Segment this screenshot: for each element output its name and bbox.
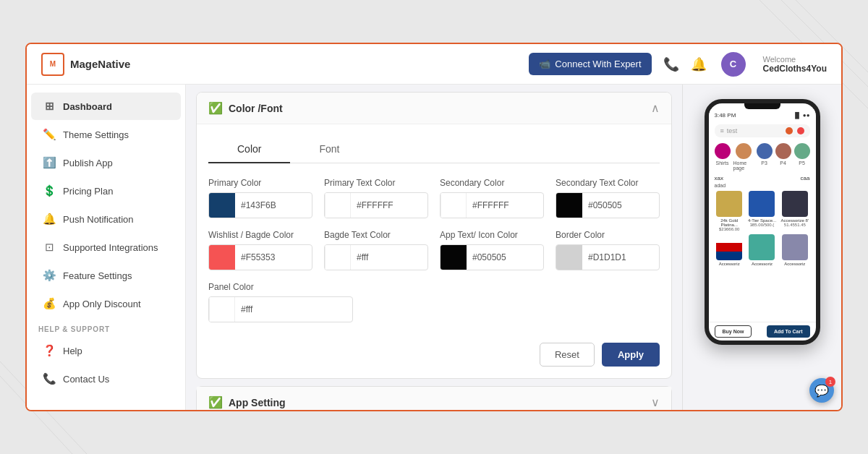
chevron-up-icon[interactable]: ∧ — [651, 101, 660, 115]
sidebar: ⊞ Dashboard ✏️ Theme Settings ⬆️ Publish… — [27, 85, 186, 410]
sidebar-item-integrations[interactable]: ⊡ Supported Integrations — [31, 234, 181, 261]
phone-status-bar: 3:48 PM ▐▌ ●● — [709, 109, 816, 121]
cat-img-p3 — [757, 143, 773, 159]
cat-img-p5 — [794, 143, 810, 159]
primary-text-swatch — [325, 192, 351, 218]
dashboard-icon: ⊞ — [43, 100, 56, 113]
secondary-color-input[interactable]: #FFFFFF — [440, 192, 544, 218]
sidebar-item-help[interactable]: ❓ Help — [31, 337, 181, 364]
color-font-section: ✅ Color /Font ∧ Color Font — [196, 92, 672, 379]
sidebar-label-pricing: Pricing Plan — [63, 186, 113, 197]
secondary-text-value: #050505 — [582, 200, 659, 210]
app-text-icon-swatch — [441, 244, 467, 270]
sidebar-item-publish-app[interactable]: ⬆️ Publish App — [31, 149, 181, 176]
phone-product-4: Accessoriz — [747, 234, 777, 266]
border-color-value: #D1D1D1 — [582, 252, 659, 262]
tab-color[interactable]: Color — [208, 136, 290, 163]
chevron-down-icon[interactable]: ∨ — [651, 395, 660, 409]
phone-label-left: xax — [715, 175, 723, 181]
sidebar-item-app-discount[interactable]: 💰 App Only Discount — [31, 290, 181, 317]
chat-bubble[interactable]: 💬 1 — [809, 378, 834, 403]
user-welcome: Welcome — [763, 55, 827, 64]
tab-color-label: Color — [237, 143, 261, 155]
phone-add-to-cart-btn[interactable]: Add To Cart — [767, 325, 810, 338]
app-text-icon-input[interactable]: #050505 — [440, 244, 544, 270]
product-img-2 — [782, 191, 808, 217]
phone-search-bar: ≡ test — [715, 124, 810, 137]
panel-color-value: #fff — [235, 304, 352, 314]
primary-color-field: Primary Color #143F6B — [208, 178, 312, 218]
buttons-row: Reset Apply — [208, 337, 660, 367]
cat-label-shirts: Shirts — [716, 160, 729, 166]
product-title-5: Accessoriz — [784, 262, 805, 266]
cat-img-p4 — [775, 143, 791, 159]
primary-color-label: Primary Color — [208, 178, 312, 188]
primary-text-color-input[interactable]: #FFFFFF — [324, 192, 428, 218]
logo-area: M MageNative — [41, 53, 130, 76]
product-price-2: 51.4551.45 — [784, 223, 806, 227]
header: M MageNative 📹 Connect With Expert 📞 🔔 C… — [27, 44, 841, 85]
app-name: MageNative — [70, 58, 130, 70]
color-font-title: Color /Font — [229, 103, 283, 114]
sidebar-item-feature-settings[interactable]: ⚙️ Feature Settings — [31, 262, 181, 289]
phone-buy-now-btn[interactable]: Buy Now — [715, 325, 752, 338]
contact-icon: 📞 — [43, 372, 56, 385]
phone-cat-p5: P5 — [794, 143, 810, 171]
phone-categories: Shirts Home page P3 P4 — [709, 140, 816, 174]
product-img-1 — [749, 191, 775, 217]
border-color-input[interactable]: #D1D1D1 — [556, 244, 660, 270]
phone-search-icon: ≡ — [720, 127, 724, 134]
chat-badge: 1 — [825, 377, 835, 387]
phone-notch — [744, 103, 780, 109]
section-title: ✅ Color /Font — [208, 101, 283, 115]
sidebar-item-dashboard[interactable]: ⊞ Dashboard — [31, 93, 181, 120]
reset-button[interactable]: Reset — [540, 343, 595, 367]
phone-product-5: Accessoriz — [780, 234, 809, 266]
phone-mockup: 3:48 PM ▐▌ ●● ≡ test Shirts — [705, 99, 820, 345]
sidebar-label-help: Help — [63, 346, 82, 356]
primary-text-value: #FFFFFF — [351, 200, 427, 210]
tab-font[interactable]: Font — [290, 136, 368, 163]
header-icons: 📞 🔔 C Welcome CedCloths4You — [663, 52, 827, 77]
primary-color-input[interactable]: #143F6B — [208, 192, 312, 218]
app-setting-section: ✅ App Setting ∨ — [196, 386, 672, 410]
badge-text-swatch — [325, 244, 351, 270]
wishlist-badge-input[interactable]: #F55353 — [208, 244, 312, 270]
secondary-text-color-field: Secondary Text Color #050505 — [556, 178, 660, 218]
sidebar-item-contact-us[interactable]: 📞 Contact Us — [31, 365, 181, 393]
phone-labels-row: xax caa — [709, 174, 816, 183]
pricing-icon: 💲 — [43, 184, 56, 197]
panel-color-input[interactable]: #fff — [208, 296, 353, 322]
badge-text-label: Bagde Text Color — [324, 230, 428, 240]
app-setting-header[interactable]: ✅ App Setting ∨ — [197, 387, 671, 410]
product-img-3 — [716, 234, 742, 260]
cat-label-homepage: Home page — [733, 160, 754, 171]
panel-color-label: Panel Color — [208, 282, 660, 292]
panel-color-row: Panel Color #fff — [208, 282, 660, 322]
sidebar-label-notification: Push Notification — [63, 214, 134, 225]
app-text-icon-color-field: App Text/ Icon Color #050505 — [440, 230, 544, 270]
sidebar-item-push-notification[interactable]: 🔔 Push Notification — [31, 205, 181, 233]
phone-product-0: 24k Gold Platina... $23666.00 — [715, 191, 744, 231]
main-layout: ⊞ Dashboard ✏️ Theme Settings ⬆️ Publish… — [27, 85, 841, 410]
notification-icon-button[interactable]: 🔔 — [691, 56, 707, 72]
secondary-color-label: Secondary Color — [440, 178, 544, 188]
connect-expert-button[interactable]: 📹 Connect With Expert — [529, 53, 651, 75]
sidebar-item-theme-settings[interactable]: ✏️ Theme Settings — [31, 121, 181, 148]
apply-button[interactable]: Apply — [602, 343, 660, 367]
app-setting-check-icon: ✅ — [208, 395, 223, 409]
phone-icon-button[interactable]: 📞 — [663, 56, 679, 72]
secondary-text-swatch — [556, 192, 582, 218]
border-color-field: Border Color #D1D1D1 — [556, 230, 660, 270]
phone-search-text: test — [727, 127, 738, 134]
product-title-4: Accessoriz — [752, 262, 773, 266]
phone-sublabel: adad — [709, 183, 816, 188]
primary-text-label: Primary Text Color — [324, 178, 428, 188]
feature-icon: ⚙️ — [43, 269, 56, 282]
wishlist-badge-swatch — [209, 244, 235, 270]
sidebar-item-pricing-plan[interactable]: 💲 Pricing Plan — [31, 177, 181, 205]
check-icon: ✅ — [208, 101, 223, 115]
secondary-text-color-input[interactable]: #050505 — [556, 192, 660, 218]
badge-text-input[interactable]: #fff — [324, 244, 428, 270]
product-title-3: Accessoriz — [719, 262, 740, 266]
